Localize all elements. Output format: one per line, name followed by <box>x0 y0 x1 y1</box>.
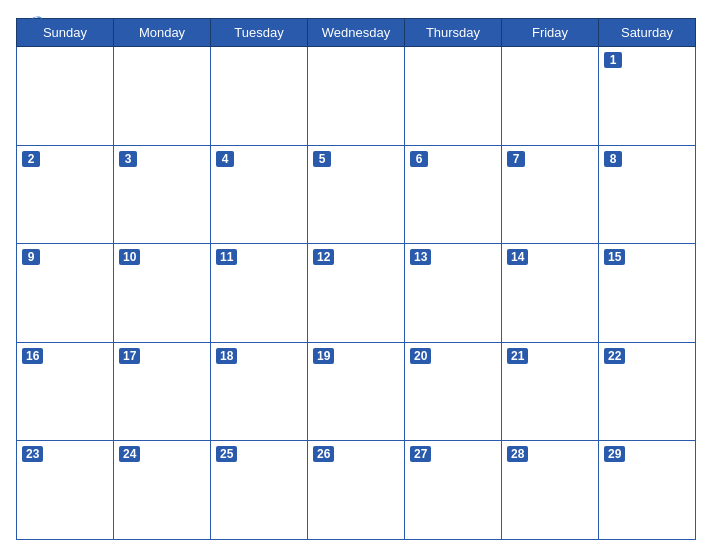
weekday-header-thursday: Thursday <box>405 19 502 47</box>
logo <box>16 10 47 38</box>
day-number: 2 <box>22 151 40 167</box>
calendar-cell: 20 <box>405 342 502 441</box>
calendar-cell: 5 <box>308 145 405 244</box>
calendar-cell: 14 <box>502 244 599 343</box>
calendar-cell: 8 <box>599 145 696 244</box>
calendar-cell: 23 <box>17 441 114 540</box>
weekday-header-friday: Friday <box>502 19 599 47</box>
calendar-cell: 19 <box>308 342 405 441</box>
day-number: 4 <box>216 151 234 167</box>
calendar-cell: 7 <box>502 145 599 244</box>
day-number: 7 <box>507 151 525 167</box>
calendar-week-1: 1 <box>17 47 696 146</box>
day-number: 16 <box>22 348 43 364</box>
calendar-cell: 18 <box>211 342 308 441</box>
calendar-cell <box>211 47 308 146</box>
calendar-cell: 2 <box>17 145 114 244</box>
day-number: 5 <box>313 151 331 167</box>
calendar-cell: 28 <box>502 441 599 540</box>
calendar-cell <box>405 47 502 146</box>
calendar-cell: 6 <box>405 145 502 244</box>
day-number: 9 <box>22 249 40 265</box>
day-number: 18 <box>216 348 237 364</box>
day-number: 25 <box>216 446 237 462</box>
calendar-cell: 27 <box>405 441 502 540</box>
calendar-cell: 21 <box>502 342 599 441</box>
day-number: 12 <box>313 249 334 265</box>
weekday-header-saturday: Saturday <box>599 19 696 47</box>
calendar-cell: 11 <box>211 244 308 343</box>
day-number: 22 <box>604 348 625 364</box>
calendar-cell: 17 <box>114 342 211 441</box>
calendar-cell: 25 <box>211 441 308 540</box>
calendar-header <box>16 10 696 14</box>
day-number: 17 <box>119 348 140 364</box>
day-number: 6 <box>410 151 428 167</box>
calendar-week-3: 9101112131415 <box>17 244 696 343</box>
calendar-cell: 12 <box>308 244 405 343</box>
calendar-cell: 10 <box>114 244 211 343</box>
calendar-week-2: 2345678 <box>17 145 696 244</box>
day-number: 11 <box>216 249 237 265</box>
calendar-cell <box>502 47 599 146</box>
calendar-cell: 29 <box>599 441 696 540</box>
day-number: 19 <box>313 348 334 364</box>
day-number: 3 <box>119 151 137 167</box>
day-number: 23 <box>22 446 43 462</box>
logo-icon <box>16 10 44 38</box>
calendar-cell: 16 <box>17 342 114 441</box>
day-number: 27 <box>410 446 431 462</box>
calendar-cell: 13 <box>405 244 502 343</box>
weekday-header-row: SundayMondayTuesdayWednesdayThursdayFrid… <box>17 19 696 47</box>
calendar-cell: 24 <box>114 441 211 540</box>
day-number: 10 <box>119 249 140 265</box>
calendar-cell <box>114 47 211 146</box>
day-number: 21 <box>507 348 528 364</box>
day-number: 15 <box>604 249 625 265</box>
calendar-cell: 1 <box>599 47 696 146</box>
calendar-cell: 3 <box>114 145 211 244</box>
day-number: 14 <box>507 249 528 265</box>
weekday-header-wednesday: Wednesday <box>308 19 405 47</box>
calendar-week-4: 16171819202122 <box>17 342 696 441</box>
calendar-cell: 15 <box>599 244 696 343</box>
weekday-header-tuesday: Tuesday <box>211 19 308 47</box>
calendar-cell: 26 <box>308 441 405 540</box>
day-number: 20 <box>410 348 431 364</box>
calendar-cell: 4 <box>211 145 308 244</box>
day-number: 29 <box>604 446 625 462</box>
calendar-table: SundayMondayTuesdayWednesdayThursdayFrid… <box>16 18 696 540</box>
day-number: 28 <box>507 446 528 462</box>
day-number: 1 <box>604 52 622 68</box>
day-number: 13 <box>410 249 431 265</box>
day-number: 26 <box>313 446 334 462</box>
calendar-cell: 9 <box>17 244 114 343</box>
calendar-week-5: 23242526272829 <box>17 441 696 540</box>
day-number: 8 <box>604 151 622 167</box>
day-number: 24 <box>119 446 140 462</box>
calendar-cell: 22 <box>599 342 696 441</box>
weekday-header-monday: Monday <box>114 19 211 47</box>
calendar-cell <box>17 47 114 146</box>
calendar-cell <box>308 47 405 146</box>
